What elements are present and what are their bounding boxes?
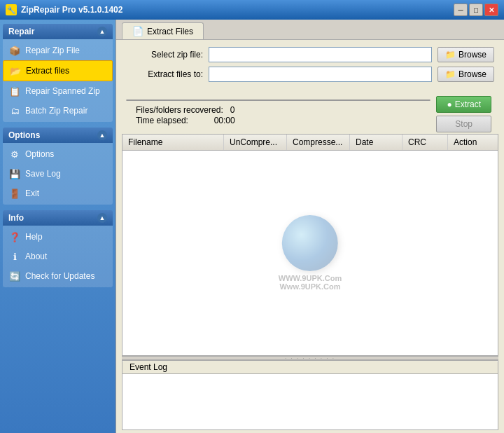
check-updates-icon: 🔄	[8, 270, 21, 282]
browse-zip-button[interactable]: 📁 Browse	[438, 47, 494, 62]
sidebar-item-repair-spanned-label: Repair Spanned Zip	[25, 86, 100, 96]
select-zip-row: Select zip file: 📁 Browse	[126, 47, 494, 62]
tab-extract-label: Extract Files	[147, 27, 193, 36]
options-section-chevron[interactable]: ▲	[97, 130, 107, 140]
minimize-button[interactable]: ─	[454, 4, 468, 16]
elapsed-row: Time elapsed: 00:00	[136, 116, 421, 125]
sidebar-item-check-updates-label: Check for Updates	[25, 271, 94, 281]
sidebar-item-exit[interactable]: 🚪 Exit	[3, 184, 113, 203]
sidebar-item-help[interactable]: ❓ Help	[3, 227, 113, 247]
watermark-text1: WWW.9UPK.Com	[279, 274, 342, 282]
watermark: WWW.9UPK.Com Www.9UPK.Com	[279, 215, 342, 291]
browse-zip-icon: 📁	[445, 50, 456, 60]
col-crc: CRC	[402, 135, 448, 150]
col-action: Action	[448, 135, 498, 150]
extract-to-input[interactable]	[209, 67, 432, 82]
repair-section-chevron[interactable]: ▲	[97, 27, 107, 36]
extract-label: Extract	[455, 99, 481, 109]
sidebar-item-extract-files-label: Extract files	[26, 66, 69, 76]
window-title: ZipRepair Pro v5.1.0.1402	[21, 5, 454, 15]
repair-zip-icon: 📦	[8, 44, 21, 57]
repair-section-header: Repair ▲	[3, 24, 113, 39]
stop-label: Stop	[455, 119, 472, 129]
browse-zip-label: Browse	[458, 50, 486, 60]
file-table: Filename UnCompre... Compresse... Date C…	[122, 134, 498, 356]
sidebar-item-help-label: Help	[25, 232, 43, 242]
sidebar-item-about-label: About	[25, 252, 47, 261]
progress-action-row: Files/folders recovered: 0 Time elapsed:…	[116, 93, 504, 134]
event-log-tab-label: Event Log	[130, 362, 167, 372]
help-icon: ❓	[8, 231, 21, 243]
extract-icon: ●	[447, 99, 451, 109]
info-section-header: Info ▲	[3, 210, 113, 226]
watermark-text2: Www.9UPK.Com	[279, 282, 342, 291]
sidebar-item-options-label: Options	[25, 149, 54, 159]
content-area: 📄 Extract Files Select zip file: 📁 Brows…	[115, 20, 504, 433]
info-section-chevron[interactable]: ▲	[97, 213, 107, 223]
sidebar-item-extract-files[interactable]: 📂 Extract files	[3, 60, 113, 81]
action-buttons: ● Extract Stop	[436, 96, 494, 132]
tab-extract-files[interactable]: 📄 Extract Files	[122, 22, 204, 39]
repair-section-items: 📦 Repair Zip File 📂 Extract files 📋 Repa…	[3, 39, 113, 122]
exit-icon: 🚪	[8, 187, 21, 200]
extract-files-icon: 📂	[9, 64, 22, 77]
close-button[interactable]: ✕	[484, 4, 498, 16]
col-date: Date	[350, 135, 402, 150]
sidebar-item-batch-repair[interactable]: 🗂 Batch Zip Repair	[3, 101, 113, 121]
app-icon: 🔧	[6, 4, 17, 15]
elapsed-value: 00:00	[214, 116, 235, 125]
options-section-label: Options	[8, 130, 40, 140]
extract-to-label: Extract files to:	[126, 69, 203, 79]
watermark-globe	[282, 215, 338, 271]
select-zip-input[interactable]	[209, 47, 432, 62]
tab-bar: 📄 Extract Files	[116, 20, 504, 40]
table-header: Filename UnCompre... Compresse... Date C…	[122, 135, 498, 151]
sidebar-item-repair-zip-label: Repair Zip File	[25, 46, 80, 55]
maximize-button[interactable]: □	[469, 4, 483, 16]
browse-dest-button[interactable]: 📁 Browse	[438, 67, 494, 82]
info-section-items: ❓ Help ℹ About 🔄 Check for Updates	[3, 226, 113, 287]
tab-extract-icon: 📄	[132, 26, 144, 36]
batch-repair-icon: 🗂	[8, 104, 21, 117]
title-bar: 🔧 ZipRepair Pro v5.1.0.1402 ─ □ ✕	[0, 0, 504, 20]
save-log-icon: 💾	[8, 167, 21, 180]
repair-spanned-icon: 📋	[8, 85, 21, 97]
extract-to-row: Extract files to: 📁 Browse	[126, 67, 494, 82]
sidebar-item-exit-label: Exit	[25, 188, 39, 198]
event-log-container: Event Log	[122, 360, 498, 430]
col-filename: Filename	[122, 135, 224, 150]
repair-section-label: Repair	[8, 27, 34, 36]
info-section-label: Info	[8, 213, 24, 223]
sidebar: Repair ▲ 📦 Repair Zip File 📂 Extract fil…	[0, 20, 115, 433]
about-icon: ℹ	[8, 250, 21, 263]
browse-dest-label: Browse	[458, 69, 486, 79]
recovered-row: Files/folders recovered: 0	[136, 105, 421, 115]
col-uncompressed: UnCompre...	[224, 135, 287, 150]
sidebar-item-options[interactable]: ⚙ Options	[3, 144, 113, 164]
form-area: Select zip file: 📁 Browse Extract files …	[116, 40, 504, 93]
extract-button[interactable]: ● Extract	[436, 96, 491, 113]
elapsed-label: Time elapsed:	[136, 116, 188, 125]
event-log-body	[122, 374, 498, 429]
sidebar-item-about[interactable]: ℹ About	[3, 247, 113, 266]
browse-dest-icon: 📁	[445, 69, 456, 79]
select-zip-label: Select zip file:	[126, 50, 203, 60]
sidebar-item-check-updates[interactable]: 🔄 Check for Updates	[3, 266, 113, 286]
sidebar-item-save-log[interactable]: 💾 Save Log	[3, 164, 113, 184]
stop-button[interactable]: Stop	[436, 116, 491, 132]
options-icon: ⚙	[8, 148, 21, 160]
stats-area: Files/folders recovered: 0 Time elapsed:…	[126, 104, 430, 129]
sidebar-item-batch-repair-label: Batch Zip Repair	[25, 106, 88, 116]
recovered-value: 0	[230, 105, 235, 115]
sidebar-item-repair-spanned[interactable]: 📋 Repair Spanned Zip	[3, 81, 113, 101]
sidebar-item-repair-zip[interactable]: 📦 Repair Zip File	[3, 41, 113, 60]
recovered-label: Files/folders recovered:	[136, 105, 223, 115]
window-controls: ─ □ ✕	[454, 4, 498, 16]
main-container: Repair ▲ 📦 Repair Zip File 📂 Extract fil…	[0, 20, 504, 433]
options-section-items: ⚙ Options 💾 Save Log 🚪 Exit	[3, 143, 113, 205]
col-compressed: Compresse...	[287, 135, 350, 150]
progress-bar-container	[126, 99, 430, 101]
table-body: WWW.9UPK.Com Www.9UPK.Com	[122, 151, 498, 355]
options-section-header: Options ▲	[3, 128, 113, 143]
event-log-tab[interactable]: Event Log	[122, 361, 498, 374]
